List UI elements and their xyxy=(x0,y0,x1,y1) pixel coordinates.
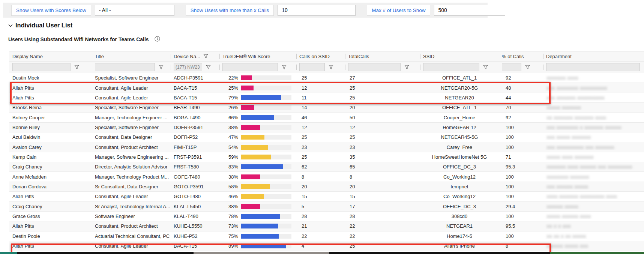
device-name-filter-input[interactable]: (177) NW23 xyxy=(174,63,202,71)
column-header-display-name[interactable]: Display Name xyxy=(9,51,92,61)
calls-on-ssid-cell: 4 xyxy=(296,243,345,249)
device-name-cell: BACA-T15 xyxy=(171,243,219,249)
wifi-score-bar xyxy=(241,155,271,159)
scores-below-button[interactable]: Show Users with Scores Below xyxy=(11,5,91,16)
visual-title: Users Using Substandard Wifi Networks fo… xyxy=(8,36,149,42)
total-calls-cell: 25 xyxy=(345,134,420,140)
filter-funnel-icon[interactable] xyxy=(203,54,208,59)
column-header-pct-of-calls[interactable]: % of Calls xyxy=(499,51,543,61)
wifi-score-bar-track xyxy=(241,174,291,179)
wifi-score-label: 47% xyxy=(219,134,238,140)
calls-on-ssid-cell: 23 xyxy=(296,144,345,150)
filter-funnel-icon[interactable] xyxy=(206,65,211,69)
filter-funnel-icon[interactable] xyxy=(525,65,530,69)
wifi-score-cell: 89% xyxy=(219,243,296,249)
column-header-wifi-score[interactable]: TrueDEM® Wifi Score xyxy=(219,51,296,61)
pct-of-calls-cell: 100 xyxy=(499,144,543,150)
wifi-score-bar-track xyxy=(241,164,291,169)
wifi-score-bar-track xyxy=(241,184,291,189)
display-name-cell: Craig Chaney xyxy=(9,204,92,209)
device-name-cell: DOFR-P52 xyxy=(171,134,219,140)
column-header-calls-on-ssid[interactable]: Calls on SSID xyxy=(296,51,345,61)
wifi-score-label: 25% xyxy=(219,85,238,91)
column-header-total-calls[interactable]: TotalCalls xyxy=(345,51,420,61)
calls-on-ssid-cell: 20 xyxy=(296,184,345,189)
pct-of-calls-cell: 29.4 xyxy=(499,204,543,209)
filter-cell-ssid xyxy=(420,63,499,71)
filter-funnel-icon[interactable] xyxy=(74,65,79,69)
device-name-cell: FRST-P3591 xyxy=(171,154,219,160)
title-cell: Sr Analyst, Technology Internal A... xyxy=(92,204,171,209)
section-header[interactable]: Individual User List xyxy=(8,22,72,29)
display-name-filter-input[interactable] xyxy=(12,63,71,71)
max-users-button[interactable]: Max # of Users to Show xyxy=(367,5,430,16)
table-row: Avalon Carey Consultant, Product Archite… xyxy=(9,142,644,152)
ssid-cell: Co_Working12 xyxy=(420,194,499,199)
wifi-score-bar-track xyxy=(241,105,291,110)
column-header-title[interactable]: Title xyxy=(92,51,171,61)
column-header-device-name[interactable]: Device Na... xyxy=(171,51,219,61)
wifi-score-label: 54% xyxy=(219,144,238,150)
department-cell-redacted: xxxxxxx xxxx xyxy=(547,75,578,81)
filter-funnel-icon[interactable] xyxy=(404,65,409,69)
calls-on-ssid-cell: 46 xyxy=(296,115,345,120)
more-than-calls-input[interactable]: 10 xyxy=(278,5,356,16)
table-row: Dustin Mock Specialist, Software Enginee… xyxy=(9,73,644,83)
column-header-ssid[interactable]: SSID xyxy=(420,51,499,61)
wifi-score-bar xyxy=(241,145,268,150)
wifi-score-label: 59% xyxy=(219,154,238,160)
user-list-grid: Display Name Title Device Na... TrueDEM®… xyxy=(9,51,644,254)
wifi-score-bar-track xyxy=(241,214,291,219)
wifi-score-bar xyxy=(241,214,280,219)
calls-on-ssid-filter-input[interactable] xyxy=(299,63,325,71)
table-row: Dorian Cordova Sr Consultant, Data Desig… xyxy=(9,182,644,192)
wifi-score-bar xyxy=(241,204,260,209)
wifi-score-cell: 54% xyxy=(219,144,296,150)
column-header-department[interactable]: Department xyxy=(543,51,644,61)
wifi-score-bar xyxy=(241,174,260,179)
department-filter-input[interactable] xyxy=(546,63,640,71)
title-cell: Sr Consultant, Data Designer xyxy=(92,184,171,189)
wifi-score-label: 58% xyxy=(219,184,238,189)
filter-cell-calls-on-ssid xyxy=(296,63,345,71)
ssid-cell: NETGEAR20-5G xyxy=(420,85,499,91)
wifi-score-bar xyxy=(241,243,286,248)
display-name-cell: Aliah Pitts xyxy=(9,223,92,229)
ssid-filter-input[interactable] xyxy=(423,63,479,71)
info-icon[interactable] xyxy=(155,36,160,43)
table-row: Craig Chaney Sr Analyst, Technology Inte… xyxy=(9,201,644,211)
filter-funnel-icon[interactable] xyxy=(282,65,287,69)
department-cell-redacted: xxxxxxx xxxx xxxxxx xxx xxxxxxxxx xyxy=(547,164,632,170)
wifi-score-cell: 22% xyxy=(219,75,296,81)
display-name-cell: Kemp Cain xyxy=(9,154,92,160)
more-than-calls-button[interactable]: Show Users with more than x Calls xyxy=(186,5,274,16)
wifi-score-filter-input[interactable] xyxy=(222,63,278,71)
filter-cell-title xyxy=(92,63,171,71)
pct-of-calls-filter-input[interactable] xyxy=(502,63,521,71)
total-calls-cell: 28 xyxy=(345,213,420,219)
wifi-score-bar xyxy=(241,164,283,169)
total-calls-filter-input[interactable] xyxy=(348,63,401,71)
max-users-input[interactable]: 500 xyxy=(434,5,505,16)
calls-on-ssid-cell: 5 xyxy=(296,204,345,209)
device-name-cell: ADCH-P3591 xyxy=(171,75,219,81)
filter-group-scores-below: Show Users with Scores Below - All - xyxy=(11,5,174,16)
table-row: Aliah Pitts Consultant, Agile Leader BAC… xyxy=(9,241,644,251)
device-name-cell: KLAL-L5450 xyxy=(171,204,219,209)
filter-funnel-icon[interactable] xyxy=(483,65,488,69)
filter-funnel-icon[interactable] xyxy=(159,65,164,69)
scores-below-input[interactable]: - All - xyxy=(95,5,174,16)
calls-on-ssid-cell: 8 xyxy=(296,174,345,180)
table-row: Brooks Reina Specialist, Software Engine… xyxy=(9,103,644,113)
device-name-cell: BEAR-T490 xyxy=(171,105,219,110)
ssid-cell: Home174-5 xyxy=(420,233,499,239)
total-calls-cell: 27 xyxy=(345,75,420,81)
calls-on-ssid-cell: 12 xyxy=(296,125,345,130)
wifi-score-label: 78% xyxy=(219,213,238,219)
total-calls-cell: 50 xyxy=(345,115,420,120)
title-filter-input[interactable] xyxy=(95,63,155,71)
filter-funnel-icon[interactable] xyxy=(329,65,333,69)
filter-cell-wifi-score xyxy=(219,63,296,71)
filter-cell-total-calls xyxy=(345,63,420,71)
wifi-score-cell: 47% xyxy=(219,134,296,140)
